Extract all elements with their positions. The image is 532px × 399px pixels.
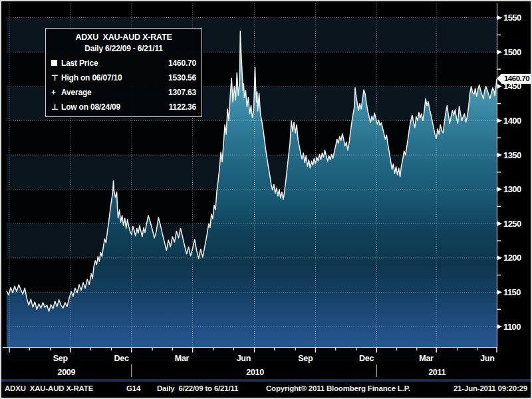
y-axis-tick-arrow <box>497 325 502 329</box>
high-marker-icon: ⊤ <box>51 74 61 81</box>
y-axis-label: 1300 <box>503 184 521 194</box>
average-marker-icon: + <box>51 89 61 96</box>
y-axis-tick-arrow <box>497 187 502 192</box>
y-axis-tick-arrow <box>497 153 502 158</box>
legend-row-high: ⊤ High on 06/07/10 1530.56 <box>51 73 196 82</box>
chart-legend: ADXU XAU-AUD X-RATE Daily 6/22/09 - 6/21… <box>45 28 202 117</box>
legend-row-low: ⊥ Low on 08/24/09 1122.36 <box>51 102 196 112</box>
y-axis-tick-arrow <box>497 290 502 295</box>
x-axis-label: Sep <box>298 354 313 363</box>
last-price-tag: 1460.70 <box>501 74 532 84</box>
x-axis-label: Sep <box>53 354 68 363</box>
x-axis-label: Dec <box>359 354 374 363</box>
y-axis-tick-arrow <box>497 50 502 55</box>
y-axis-tick-arrow <box>497 15 502 20</box>
legend-label: Last Price <box>61 59 168 68</box>
year-label: 2011 <box>428 368 446 377</box>
year-label: 2009 <box>58 368 76 377</box>
legend-value: 1460.70 <box>168 59 196 68</box>
year-label: 2010 <box>246 368 264 377</box>
y-axis-label: 1500 <box>503 47 521 57</box>
legend-value: 1307.63 <box>168 88 196 97</box>
legend-title: ADXU XAU-AUD X-RATE <box>51 33 196 42</box>
x-axis-label: Dec <box>114 354 129 363</box>
status-page-code: G14 <box>126 384 140 392</box>
legend-period: Daily 6/22/09 - 6/21/11 <box>51 44 196 53</box>
x-axis-label: Mar <box>419 354 434 363</box>
y-axis-label: 1400 <box>503 116 521 126</box>
y-axis-label: 1200 <box>503 253 521 263</box>
y-axis-tick-arrow <box>497 221 502 226</box>
x-axis-label: Jun <box>480 354 494 363</box>
y-axis-label: 1100 <box>503 322 521 332</box>
bloomberg-chart-window: 1100115012001250130013501400145015001550… <box>0 0 532 399</box>
status-bar-divider <box>1 379 531 382</box>
last-price-square-icon <box>51 60 61 66</box>
x-axis-label: Jun <box>237 354 251 363</box>
y-axis-label: 1550 <box>503 13 521 23</box>
y-axis-tick-arrow <box>497 84 502 88</box>
legend-value: 1530.56 <box>168 73 196 82</box>
low-marker-icon: ⊥ <box>51 104 61 110</box>
status-bar: ADXU XAU-AUD X-RATE G14 Daily 6/22/09 to… <box>1 382 531 396</box>
legend-label: Low on 08/24/09 <box>61 102 169 112</box>
x-axis-label: Mar <box>175 354 190 363</box>
y-axis-label: 1250 <box>503 219 521 229</box>
legend-label: Average <box>61 88 168 97</box>
status-timestamp: 21-Jun-2011 09:20:29 <box>454 384 527 392</box>
y-axis-label: 1150 <box>503 287 521 297</box>
y-axis-tick-arrow <box>497 118 502 123</box>
legend-label: High on 06/07/10 <box>61 73 168 82</box>
status-copyright: Copyright® 2011 Bloomberg Finance L.P. <box>266 384 410 392</box>
legend-row-last-price: Last Price 1460.70 <box>51 59 196 68</box>
status-ticker: ADXU XAU-AUD X-RATE <box>5 384 93 392</box>
y-axis-label: 1350 <box>503 150 521 160</box>
status-date-range: Daily 6/22/09 to 6/21/11 <box>157 384 238 392</box>
y-axis-tick-arrow <box>497 255 502 260</box>
legend-row-average: + Average 1307.63 <box>51 88 196 97</box>
legend-value: 1122.36 <box>169 102 196 112</box>
